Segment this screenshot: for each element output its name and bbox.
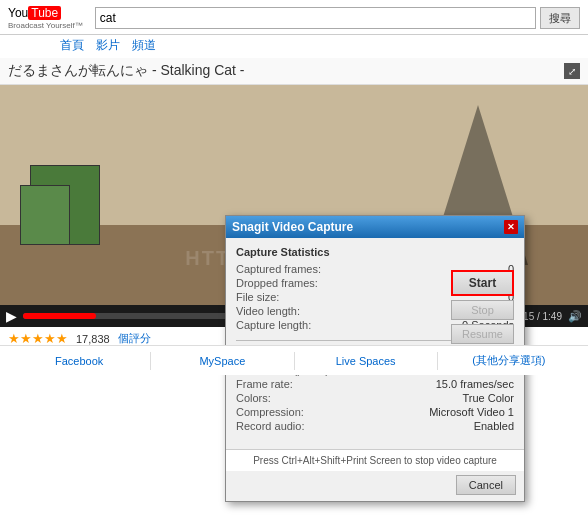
cancel-bar: Cancel bbox=[226, 471, 524, 501]
play-button[interactable]: ▶ bbox=[6, 308, 17, 324]
share-other[interactable]: (其他分享選項) bbox=[438, 350, 580, 371]
prop-value-3: Microsoft Video 1 bbox=[429, 406, 514, 418]
scene-box2 bbox=[20, 185, 70, 245]
logo-tube: Tube bbox=[28, 6, 61, 20]
dialog-titlebar: Snagit Video Capture ✕ bbox=[226, 216, 524, 238]
nav-home[interactable]: 首頁 bbox=[60, 37, 84, 54]
stat-label-4: Capture length: bbox=[236, 319, 311, 331]
logo-tagline: Broadcast Yourself™ bbox=[8, 21, 83, 30]
prop-value-2: True Color bbox=[462, 392, 514, 404]
search-input[interactable] bbox=[95, 7, 536, 29]
video-title-bar: だるまさんが転んにゃ - Stalking Cat - ⤢ bbox=[0, 58, 588, 85]
content-area: HTTP://BRIAN.COM ▶ 0:15 / 1:49 🔊 ★★★★★ 1… bbox=[0, 85, 588, 375]
rating-count: 17,838 bbox=[76, 333, 110, 345]
prop-label-2: Colors: bbox=[236, 392, 271, 404]
cancel-button[interactable]: Cancel bbox=[456, 475, 516, 495]
prop-value-1: 15.0 frames/sec bbox=[436, 378, 514, 390]
yt-header: YouTube Broadcast Yourself™ 搜尋 bbox=[0, 0, 588, 35]
share-facebook[interactable]: Facebook bbox=[8, 352, 151, 370]
dialog-actions: Start Stop Resume bbox=[451, 270, 514, 344]
share-live-spaces[interactable]: Live Spaces bbox=[295, 352, 438, 370]
dialog-title: Snagit Video Capture bbox=[232, 220, 353, 234]
search-bar: 搜尋 bbox=[95, 7, 580, 29]
video-title: だるまさんが転んにゃ - Stalking Cat - bbox=[8, 62, 244, 80]
prop-row-2: Colors: True Color bbox=[236, 391, 514, 405]
stop-button[interactable]: Stop bbox=[451, 300, 514, 320]
page: YouTube Broadcast Yourself™ 搜尋 首頁 影片 頻道 … bbox=[0, 0, 588, 525]
nav-videos[interactable]: 影片 bbox=[96, 37, 120, 54]
start-button[interactable]: Start bbox=[451, 270, 514, 296]
stat-label-3: Video length: bbox=[236, 305, 300, 317]
stats-header: Capture Statistics bbox=[236, 246, 514, 258]
hint-bar: Press Ctrl+Alt+Shift+Print Screen to sto… bbox=[226, 449, 524, 471]
rating-label[interactable]: 個評分 bbox=[118, 331, 151, 346]
stat-label-0: Captured frames: bbox=[236, 263, 321, 275]
stat-label-1: Dropped frames: bbox=[236, 277, 318, 289]
prop-label-4: Record audio: bbox=[236, 420, 305, 432]
nav-channels[interactable]: 頻道 bbox=[132, 37, 156, 54]
volume-icon[interactable]: 🔊 bbox=[568, 310, 582, 323]
prop-row-1: Frame rate: 15.0 frames/sec bbox=[236, 377, 514, 391]
share-bar: Facebook MySpace Live Spaces (其他分享選項) bbox=[0, 345, 588, 375]
logo-you: You bbox=[8, 6, 28, 20]
dialog-close-button[interactable]: ✕ bbox=[504, 220, 518, 234]
dialog-content: Capture Statistics Captured frames: 0 Dr… bbox=[226, 238, 524, 449]
prop-label-1: Frame rate: bbox=[236, 378, 293, 390]
search-button[interactable]: 搜尋 bbox=[540, 7, 580, 29]
stars: ★★★★★ bbox=[8, 331, 68, 346]
yt-logo: YouTube Broadcast Yourself™ bbox=[8, 6, 83, 30]
expand-icon[interactable]: ⤢ bbox=[564, 63, 580, 79]
prop-label-3: Compression: bbox=[236, 406, 304, 418]
prop-row-4: Record audio: Enabled bbox=[236, 419, 514, 433]
prop-value-4: Enabled bbox=[474, 420, 514, 432]
prop-row-3: Compression: Microsoft Video 1 bbox=[236, 405, 514, 419]
yt-nav: 首頁 影片 頻道 bbox=[0, 35, 588, 58]
share-myspace[interactable]: MySpace bbox=[151, 352, 294, 370]
progress-fill bbox=[23, 313, 96, 319]
resume-button[interactable]: Resume bbox=[451, 324, 514, 344]
stat-label-2: File size: bbox=[236, 291, 279, 303]
